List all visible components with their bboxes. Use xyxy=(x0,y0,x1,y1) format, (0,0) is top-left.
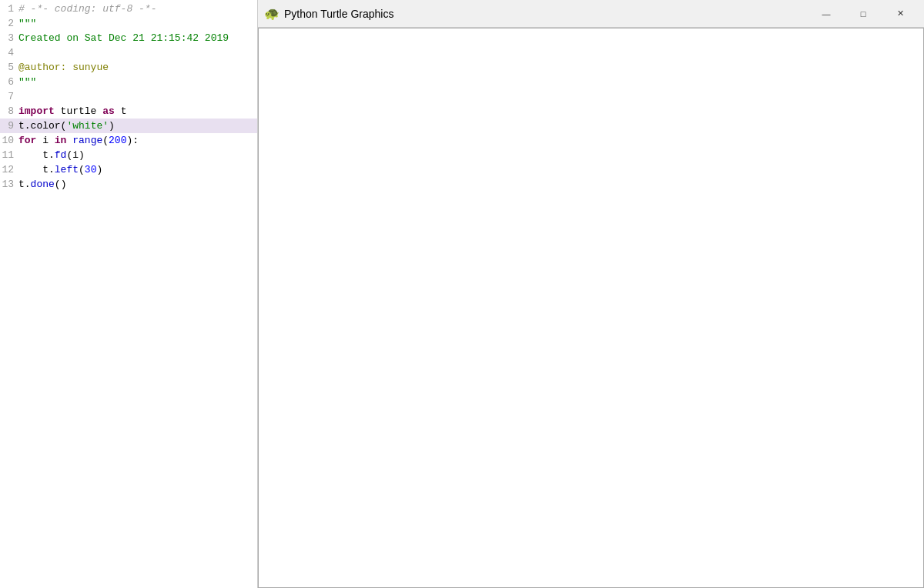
code-token: 30 xyxy=(85,164,97,175)
turtle-panel: 🐢 Python Turtle Graphics — □ ✕ xyxy=(258,0,924,588)
code-line: 13t.done() xyxy=(0,177,257,192)
code-token: t xyxy=(18,120,25,132)
line-content[interactable] xyxy=(17,45,257,60)
code-area[interactable]: 1# -*- coding: utf-8 -*-2"""3Created on … xyxy=(0,0,257,193)
line-content[interactable]: for i in range(200): xyxy=(17,133,257,148)
line-number: 1 xyxy=(0,2,17,16)
code-line: 1# -*- coding: utf-8 -*- xyxy=(0,2,257,16)
line-number: 13 xyxy=(0,177,17,192)
code-token: 'white' xyxy=(66,120,109,132)
code-token: t. xyxy=(18,164,55,175)
code-token: 200 xyxy=(109,135,126,146)
maximize-button[interactable]: □ xyxy=(845,2,881,25)
code-token: ( xyxy=(79,164,85,175)
line-content[interactable]: t.left(30) xyxy=(17,162,257,177)
turtle-canvas xyxy=(258,28,924,588)
code-line: 8import turtle as t xyxy=(0,104,257,119)
line-number: 3 xyxy=(0,31,17,45)
line-number: 9 xyxy=(0,119,17,133)
code-token: range xyxy=(72,135,102,146)
code-token: turtle xyxy=(55,105,102,117)
code-token: Created on Sat Dec 21 21:15:42 2019 xyxy=(18,32,229,44)
code-line: 3Created on Sat Dec 21 21:15:42 2019 xyxy=(0,31,257,45)
code-line: 10for i in range(200): xyxy=(0,133,257,148)
line-content[interactable]: """ xyxy=(17,75,257,89)
code-line: 12 t.left(30) xyxy=(0,162,257,177)
code-token: t xyxy=(115,105,127,117)
code-token: ) xyxy=(96,164,102,175)
line-number: 12 xyxy=(0,162,17,177)
code-line: 5@author: sunyue xyxy=(0,60,257,75)
code-token: i xyxy=(36,135,54,146)
turtle-window-title: Python Turtle Graphics xyxy=(284,8,808,20)
code-line: 7 xyxy=(0,89,257,104)
line-number: 11 xyxy=(0,148,17,162)
code-line: 4 xyxy=(0,45,257,60)
code-token: t. xyxy=(18,149,55,161)
code-token: for xyxy=(18,135,36,146)
line-content[interactable]: # -*- coding: utf-8 -*- xyxy=(17,2,257,16)
turtle-icon: 🐢 xyxy=(264,6,280,22)
code-line: 9t.color('white') xyxy=(0,119,257,133)
code-line: 6""" xyxy=(0,75,257,89)
line-content[interactable]: """ xyxy=(17,16,257,31)
line-number: 6 xyxy=(0,75,17,89)
code-line: 11 t.fd(i) xyxy=(0,148,257,162)
line-number: 2 xyxy=(0,16,17,31)
code-token: t. xyxy=(18,179,31,190)
code-token: fd xyxy=(55,149,67,161)
code-token: import xyxy=(18,105,55,117)
line-content[interactable]: Created on Sat Dec 21 21:15:42 2019 xyxy=(17,31,257,45)
code-token: # -*- coding: utf-8 -*- xyxy=(18,3,156,15)
code-token: """ xyxy=(18,18,36,29)
line-number: 8 xyxy=(0,104,17,119)
line-number: 4 xyxy=(0,45,17,60)
code-token: ( xyxy=(102,135,109,146)
close-button[interactable]: ✕ xyxy=(882,2,918,25)
line-content[interactable]: import turtle as t xyxy=(17,104,257,119)
code-token: @author: sunyue xyxy=(18,62,109,73)
code-token: ): xyxy=(126,135,139,146)
line-number: 7 xyxy=(0,89,17,104)
line-content[interactable] xyxy=(17,89,257,104)
line-content[interactable]: t.fd(i) xyxy=(17,148,257,162)
editor-panel: 1# -*- coding: utf-8 -*-2"""3Created on … xyxy=(0,0,258,588)
minimize-button[interactable]: — xyxy=(808,2,844,25)
line-content[interactable]: @author: sunyue xyxy=(17,60,257,75)
line-content[interactable]: t.done() xyxy=(17,177,257,192)
line-number: 5 xyxy=(0,60,17,75)
code-token: done xyxy=(31,179,55,190)
code-token: () xyxy=(55,179,67,190)
line-number: 10 xyxy=(0,133,17,148)
line-content[interactable]: t.color('white') xyxy=(17,119,257,133)
code-token: in xyxy=(55,135,67,146)
code-token: as xyxy=(102,105,115,117)
turtle-titlebar: 🐢 Python Turtle Graphics — □ ✕ xyxy=(258,0,924,28)
code-token: (i) xyxy=(66,149,84,161)
code-token: """ xyxy=(18,76,36,88)
window-controls: — □ ✕ xyxy=(808,2,918,25)
code-line: 2""" xyxy=(0,16,257,31)
code-token: .color( xyxy=(25,120,67,132)
code-token: ) xyxy=(109,120,115,132)
code-token: left xyxy=(55,164,79,175)
